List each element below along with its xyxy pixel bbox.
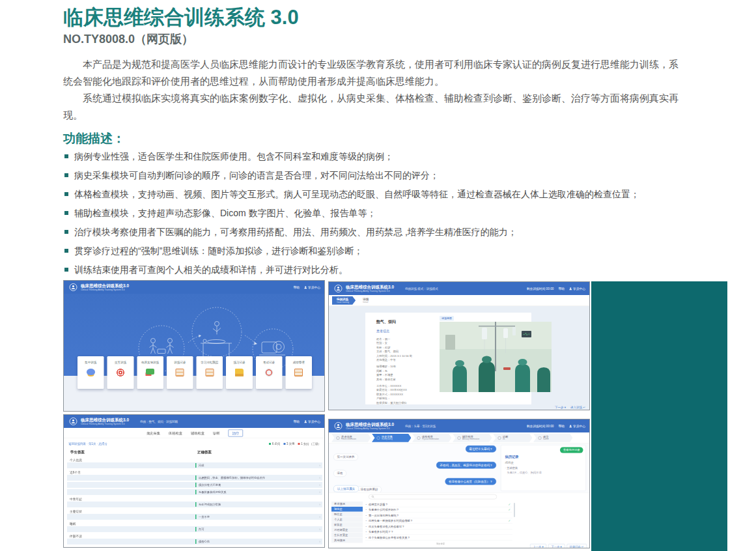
screenshot-dashboard: 临床思维综合训练系统3.0Clinical Thinking Ability T…	[63, 280, 325, 412]
question-list: • 你哪里不舒服？ ✓ • 头晕是什么时候开始的？ ✓ •	[365, 502, 512, 541]
breadcrumb-detail[interactable]: 详情Detail	[358, 296, 375, 305]
chevron-right-icon: ›	[319, 515, 320, 519]
case-title: 憋气、烦闷	[376, 319, 396, 325]
answer-marker	[195, 483, 197, 487]
app-logo-icon	[334, 285, 343, 293]
wizard-steps: 患者信息Patient Information 病史采集History taki…	[329, 432, 590, 444]
back-to-list-link[interactable]: 返回训练列表 · 第1次 · 总得分	[68, 442, 107, 446]
chat-messages: 最近经常头晕吗？ 第一次过来的 还有吗，高血压、糖尿病这些病史有吗？ 没有 有没…	[333, 445, 496, 492]
category-item[interactable]: 其他情况	[331, 538, 363, 543]
answer-row: 尚可 ›	[67, 526, 322, 532]
step-icon	[539, 436, 542, 440]
chevron-right-icon: ›	[319, 528, 320, 531]
user-menu[interactable]: 学员中心	[304, 285, 320, 290]
answer-rows: 个人信息 › 问候 ›	[64, 457, 325, 548]
module-tile[interactable]: 考试记录	[256, 356, 283, 389]
answer-row: 近6个月 ›	[64, 470, 325, 475]
app-title-en: Clinical Thinking Ability Training Syste…	[346, 427, 394, 430]
bullet-icon	[64, 192, 68, 196]
tile-icon	[235, 369, 244, 376]
question-item[interactable]: • 这次头晕有没有人给你看过？ ✓	[365, 524, 512, 530]
help-link[interactable]: 帮助	[294, 419, 300, 424]
feature-item: 病史采集模块可自动判断问诊的顺序，问诊的语言是否合理，对不同问法给出不同的评分；	[63, 170, 683, 181]
confirm-pill[interactable]: 以上情况属实	[333, 485, 359, 492]
question-item[interactable]: • 你哪里不舒服？ ✓	[365, 502, 512, 507]
answer-row: 一直不变 ›	[67, 514, 322, 520]
prev-step-button[interactable]: 上一步 ▾	[530, 544, 546, 548]
breadcrumb-case-training[interactable]: 病例训练Case training	[332, 296, 356, 305]
record-item: · 主诉症状	[505, 466, 518, 470]
answer-row: 最易憋闷，快走、爬楼梯后加剧，情绪激动时也会发作 ›	[67, 475, 322, 481]
feature-item: 治疗模块考察使用者下医嘱的能力，可考察用药搭配、用法、用药频次、用药禁忌 ,培养…	[63, 227, 683, 238]
time-left-label: 剩余训练时间 00:00	[527, 424, 554, 429]
progress-group: 问诊进度 98%	[436, 543, 508, 548]
chevron-right-icon: ›	[319, 540, 320, 544]
category-item[interactable]: 基本情况	[331, 502, 363, 507]
question-item[interactable]: • 这个头晕跟体位改变有没有关系？ ✓	[365, 535, 512, 541]
step-icon	[417, 436, 421, 440]
category-item[interactable]: 家族史	[331, 522, 363, 528]
wizard-step[interactable]: 体格检查Physical Examination	[412, 434, 452, 442]
module-tile[interactable]: 学习过程跟踪	[197, 356, 223, 389]
user-menu[interactable]: 学员中心	[304, 419, 320, 424]
chat-bubble: 第一次过来的	[333, 454, 358, 461]
teal-panel	[591, 281, 727, 551]
user-menu[interactable]: 学员中心	[569, 424, 585, 429]
check-icon: ✓	[508, 502, 511, 507]
question-search-input[interactable]	[369, 494, 497, 500]
patient-info-link[interactable]: 患者信息	[376, 329, 389, 333]
category-item[interactable]: 个人史	[331, 517, 363, 522]
patient-info-line: 医保类型：重大医疗保险	[376, 401, 435, 405]
feature-item: 训练结束使用者可查阅个人相关的成绩和详情，并可进行对比分析。	[63, 264, 683, 276]
help-link[interactable]: 帮助	[294, 285, 300, 290]
help-link[interactable]: 帮助	[559, 287, 565, 291]
legend-item: 3 次要	[283, 442, 294, 446]
check-icon: ✓	[508, 507, 511, 513]
answer-section-label: 中青年起	[70, 498, 82, 502]
wizard-step[interactable]: 病史采集History taking	[372, 434, 412, 442]
module-tile[interactable]: 临床实境训练	[137, 356, 163, 389]
chat-bubble: 最近经常头晕吗？	[466, 445, 496, 453]
category-item[interactable]: 生长发育史	[331, 533, 363, 538]
feature-item: 病例专业性强，适合医学生和住院医师使用。包含不同科室和难度等级的病例；	[63, 151, 683, 162]
model-number: NO.TY8008.0（网页版）	[63, 31, 193, 47]
tab[interactable]: 病史采集	[147, 431, 160, 435]
wizard-step[interactable]: 患者信息Patient Information	[331, 434, 371, 442]
wizard-step[interactable]: 辅助检查Auxiliary Examination	[453, 434, 492, 442]
question-item[interactable]: • 这种头晕一般持续多长时间会缓解？ ✓	[365, 518, 512, 524]
question-item[interactable]: • 第一次出现这种头晕吗？ ✓	[365, 513, 512, 518]
tab[interactable]: 体格检查	[169, 431, 182, 435]
next-step-link[interactable]: 下一步 ▾	[555, 406, 566, 410]
view-record-button[interactable]: 查看病历记录	[560, 447, 583, 453]
help-link[interactable]: 帮助	[559, 424, 565, 429]
module-tile[interactable]: 集中训练	[77, 356, 104, 389]
enter-training-link[interactable]: 进入训练 ↵	[570, 406, 585, 410]
category-item[interactable]: 既往史	[331, 512, 363, 517]
app-logo-icon	[69, 417, 77, 426]
chevron-right-icon: ›	[319, 503, 320, 507]
question-item[interactable]: • 头晕有多长时间了？ ✓	[365, 530, 512, 535]
module-tile[interactable]: 训练记录	[167, 356, 193, 389]
answer-row: 无处理或医疗措施 ›	[67, 502, 322, 507]
question-item[interactable]: • 头晕是什么时候开始的？ ✓	[365, 507, 512, 513]
tab[interactable]: 诊断	[213, 431, 220, 435]
tab[interactable]: 辅助检查	[191, 431, 204, 435]
category-item[interactable]: 现病史	[331, 507, 363, 512]
answer-section-label: 中青起病	[70, 547, 82, 548]
answer-section-label: 主要症状	[70, 510, 82, 514]
category-item[interactable]: 月经婚育史	[331, 528, 363, 533]
scrollbar[interactable]	[514, 503, 515, 517]
module-tile[interactable]: 成绩管理	[285, 356, 312, 389]
end-inquiry-button[interactable]: 结束问诊 ↵	[567, 544, 587, 548]
module-tile[interactable]: 交互训练	[107, 356, 134, 389]
next-step-button[interactable]: 下一步 ▾	[548, 544, 565, 548]
wizard-step[interactable]: 提交Submit	[533, 434, 573, 442]
module-tile[interactable]: 练习记录	[226, 356, 253, 389]
answer-section-label: 近6个月	[70, 471, 81, 475]
user-menu[interactable]: 学员中心	[569, 287, 585, 291]
bullet-icon: •	[366, 507, 367, 513]
wizard-step[interactable]: 诊断Dx	[493, 434, 533, 442]
tab[interactable]: 治疗	[229, 429, 244, 436]
chevron-right-icon: ›	[319, 490, 320, 494]
app-header: 临床思维综合训练系统3.0Clinical Thinking Ability T…	[64, 415, 325, 428]
